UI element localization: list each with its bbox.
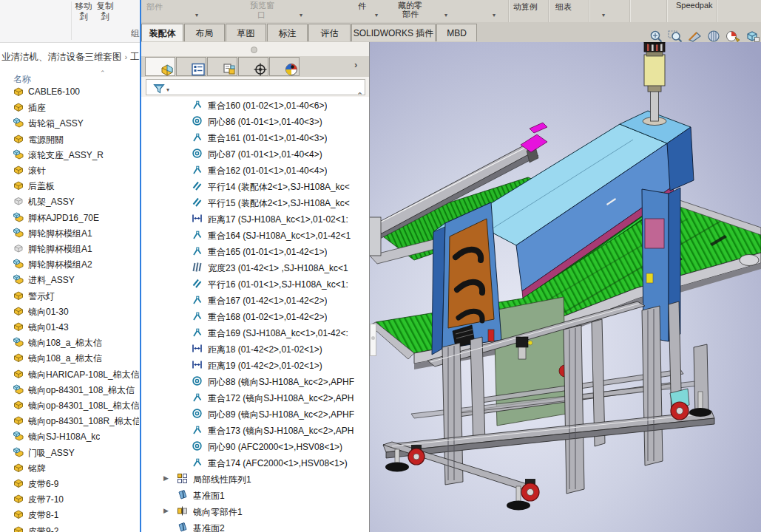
file-list-item[interactable]: 门吸_ASSY (0, 445, 140, 460)
file-list-item[interactable]: 警示灯 (0, 288, 140, 304)
feature-tree-item[interactable]: 重合161 (01-01<1>,01-40<3>) (141, 129, 369, 146)
feature-tree-item[interactable]: 重合172 (镜向SJ-H108A_kc<2>,APH (141, 389, 369, 406)
dropdown-caret-icon[interactable]: ▾ (602, 12, 605, 18)
feature-tree-item[interactable]: 同心86 (01-01<1>,01-40<3>) (141, 113, 369, 129)
feature-tree-item[interactable]: 距离18 (01-42<2>,01-02<1>) (141, 341, 369, 357)
feature-tree-item[interactable]: 重合160 (01-02<1>,01-40<6>) (141, 97, 369, 113)
tree-scroll-up-icon[interactable]: ⌃ (356, 91, 363, 100)
feature-tree-item[interactable]: 平行15 (装配体2<1>,SJ-H108A_kc< (141, 194, 369, 211)
commandmanager-button-label[interactable]: Speedpak (676, 1, 713, 10)
commandmanager-tab-assembly[interactable]: 装配体 (141, 24, 183, 41)
file-list-item[interactable]: 进料_ASSY (0, 272, 140, 287)
feature-tree-item[interactable]: ▶局部线性阵列1 (141, 471, 369, 487)
featuremanager-tab[interactable] (145, 57, 175, 76)
viewport-splitter-handle[interactable] (370, 324, 376, 356)
filter-funnel-icon[interactable] (153, 83, 165, 95)
commandmanager-tab-2[interactable]: 草图 (226, 24, 266, 41)
commandmanager-button-label[interactable]: 件 (358, 1, 366, 12)
feature-tree-item[interactable]: 宽度23 (01-42<1> ,SJ-H108A_kc<1 (141, 259, 369, 276)
feature-tree-item[interactable]: 同心90 (AFC2000<1>,HSV08<1>) (141, 438, 369, 454)
file-list-item[interactable]: 机架_ASSY (0, 194, 140, 209)
feature-tree-item[interactable]: 平行16 (01-01<1>,SJ-H108A_kc<1: (141, 276, 369, 292)
viewport-3d-model[interactable] (370, 42, 761, 532)
breadcrumb-next[interactable]: 工 (130, 52, 140, 62)
tree-filter-input[interactable]: ▾ (146, 79, 365, 95)
file-list-item[interactable]: 镜向HARICAP-108L_棉太信 (0, 366, 140, 382)
edit-appearance-icon[interactable] (725, 30, 741, 43)
expand-arrow-icon[interactable]: ▶ (163, 507, 169, 514)
file-list-item[interactable]: 镜向01-43 (0, 319, 140, 335)
feature-tree-item[interactable]: 同心87 (01-01<1>,01-40<4>) (141, 146, 369, 162)
feature-tree-item[interactable]: 重合173 (镜向SJ-H108A_kc<2>,APH (141, 422, 369, 438)
commandmanager-tab-4[interactable]: 评估 (308, 24, 351, 41)
commandmanager-tab-6[interactable]: MBD (436, 24, 477, 41)
move-to-caret-icon[interactable]: ▾ (81, 10, 84, 16)
feature-tree-item[interactable]: 基准面2 (141, 519, 369, 532)
file-list-item[interactable]: 镜向SJ-H108A_kc (0, 429, 140, 444)
feature-tree-item[interactable]: 距离19 (01-42<2>,01-02<1>) (141, 357, 369, 373)
dropdown-caret-icon[interactable]: ▾ (444, 12, 447, 18)
display-style-icon[interactable] (706, 30, 722, 43)
dropdown-caret-icon[interactable]: ▾ (300, 12, 302, 18)
feature-tree-item[interactable]: 距离17 (SJ-H108A_kc<1>,01-02<1: (141, 211, 369, 227)
copy-to-caret-icon[interactable]: ▾ (102, 10, 105, 16)
file-list-item[interactable]: 滚针 (0, 163, 140, 178)
file-list-item[interactable]: 脚轮脚杯模组A1 (0, 225, 140, 241)
file-list-item[interactable]: 脚杯AJPD16_70E (0, 210, 140, 225)
breadcrumb-path[interactable]: 业清洁机、清洁设备三维套图 (1, 52, 122, 62)
file-list-item[interactable]: 脚轮脚杯模组A2 (0, 256, 140, 272)
configurationmanager-tab[interactable] (207, 57, 237, 76)
feature-tree-item[interactable]: 重合168 (01-02<1>,01-42<2>) (141, 308, 369, 324)
panel-splitter-handle[interactable] (251, 47, 257, 53)
name-column-header[interactable]: 名称 (13, 73, 31, 86)
file-list-item[interactable]: 镜向108_a_棉太信 (0, 335, 140, 350)
file-list-item[interactable]: 皮带6-9 (0, 476, 140, 491)
commandmanager-button-label[interactable]: 口 (257, 10, 265, 21)
commandmanager-button-label[interactable]: 细表 (555, 1, 572, 13)
breadcrumb[interactable]: 业清洁机、清洁设备三维套图›工 (0, 43, 140, 71)
feature-tree-item[interactable]: ▶镜向零部件1 (141, 503, 369, 519)
file-list-item[interactable]: 皮带8-1 (0, 507, 140, 522)
view-settings-icon[interactable] (744, 30, 760, 43)
file-list-item[interactable]: 電源開關 (0, 132, 140, 147)
dropdown-caret-icon[interactable]: ▾ (195, 12, 198, 18)
file-list-item[interactable]: 皮带9-2 (0, 523, 140, 532)
file-list-item[interactable]: 插座 (0, 100, 140, 115)
feature-tree-item[interactable]: 基准面1 (141, 487, 369, 503)
commandmanager-button-label[interactable]: 动算例 (513, 1, 538, 13)
commandmanager-tab-3[interactable]: 标注 (267, 24, 308, 41)
zoom-to-area-icon[interactable] (667, 30, 683, 43)
file-list-item[interactable]: 镜向01-30 (0, 304, 140, 319)
dimxpert-tab[interactable] (238, 57, 268, 76)
file-list-item[interactable]: 铭牌 (0, 460, 140, 476)
feature-tree-item[interactable]: 同心88 (镜向SJ-H108A_kc<2>,APHF (141, 373, 369, 389)
file-list-item[interactable]: 皮带7-10 (0, 491, 140, 507)
commandmanager-tab-5[interactable]: SOLIDWORKS 插件 (351, 24, 436, 41)
feature-tree-item[interactable]: 重合162 (01-01<1>,01-40<4>) (141, 162, 369, 178)
feature-tree-item[interactable]: 重合165 (01-01<1>,01-42<1>) (141, 243, 369, 259)
filter-caret-icon[interactable]: ▾ (166, 86, 169, 93)
file-list-item[interactable]: 镜向op-84301_108R_棉太信 (0, 413, 140, 429)
file-list-item[interactable]: 镜向op-84301_108L_棉太信 (0, 398, 140, 413)
commandmanager-button-label[interactable]: 部件 (146, 1, 163, 13)
file-list-item[interactable]: 滚轮支座_ASSY_R (0, 147, 140, 163)
commandmanager-tab-1[interactable]: 布局 (184, 24, 225, 41)
feature-tree-item[interactable]: 重合169 (SJ-H108A_kc<1>,01-42<: (141, 324, 369, 341)
sort-ascending-icon[interactable]: ⌃ (100, 69, 106, 77)
propertymanager-tab[interactable] (176, 57, 206, 76)
file-list-item[interactable]: 齿轮箱_ASSY (0, 115, 140, 131)
file-list-item[interactable]: 后盖板 (0, 178, 140, 194)
feature-tree-item[interactable]: 重合167 (01-42<1>,01-42<2>) (141, 292, 369, 308)
feature-tree-item[interactable]: 同心89 (镜向SJ-H108A_kc<2>,APHF (141, 406, 369, 422)
displaymanager-tab[interactable] (269, 57, 300, 76)
zoom-to-fit-icon[interactable] (648, 30, 664, 43)
feature-tree-item[interactable]: 重合164 (SJ-H108A_kc<1>,01-42<1 (141, 227, 369, 243)
graphics-viewport[interactable] (370, 42, 761, 532)
file-list-item[interactable]: 镜向108_a_棉太信 (0, 350, 140, 366)
feature-tree-item[interactable]: 重合174 (AFC2000<1>,HSV08<1>) (141, 454, 369, 471)
file-list-item[interactable]: 镜向op-84301_108_棉太信 (0, 382, 140, 398)
commandmanager-button-label[interactable]: 部件 (402, 9, 419, 20)
feature-tree-item[interactable]: 平行14 (装配体2<1>,SJ-H108A_kc< (141, 178, 369, 194)
section-view-icon[interactable] (686, 30, 703, 43)
panel-expand-arrow[interactable]: › (354, 59, 357, 70)
